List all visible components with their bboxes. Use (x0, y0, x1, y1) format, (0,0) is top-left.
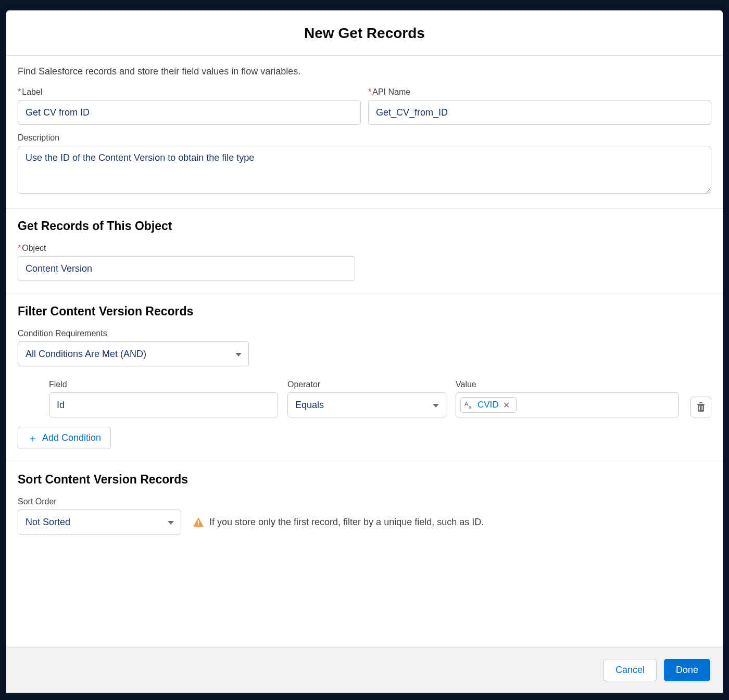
svg-rect-2 (198, 520, 199, 524)
modal-header: New Get Records (6, 10, 723, 55)
label-object: *Object (18, 244, 711, 253)
description-input[interactable]: Use the ID of the Content Version to obt… (18, 146, 711, 194)
trash-icon (697, 402, 705, 412)
modal-title: New Get Records (17, 25, 712, 42)
sort-warning-text: If you store only the first record, filt… (209, 517, 484, 528)
label-description: Description (18, 133, 711, 143)
filter-value-wrap: Aa CVID ✕ (456, 392, 679, 417)
group-label: *Label (18, 87, 361, 125)
label-operator: Operator (287, 380, 446, 389)
label-condition-req: Condition Requirements (18, 329, 711, 338)
modal-body: Find Salesforce records and store their … (6, 56, 723, 647)
label-api-name: *API Name (368, 87, 711, 97)
sort-order-value[interactable] (18, 510, 181, 534)
filter-row-1: Field Operator Value A (18, 380, 711, 417)
warning-icon (193, 516, 204, 528)
section-title-filter: Filter Content Version Records (18, 304, 711, 319)
condition-req-value[interactable] (18, 341, 249, 366)
label-label: *Label (18, 87, 361, 97)
value-chip-label: CVID (477, 400, 499, 410)
modal-new-get-records: New Get Records Find Salesforce records … (6, 10, 723, 693)
filter-field-input[interactable] (49, 392, 278, 417)
plus-icon: ＋ (28, 433, 38, 443)
filter-operator-select[interactable] (287, 392, 446, 417)
sort-warning: If you store only the first record, filt… (193, 516, 484, 528)
object-combobox[interactable] (18, 256, 355, 281)
section-title-object: Get Records of This Object (18, 219, 711, 233)
section-object: Get Records of This Object *Object (6, 208, 723, 294)
add-condition-button[interactable]: ＋ Add Condition (18, 427, 111, 449)
object-combobox-wrap (18, 256, 355, 281)
condition-req-select[interactable] (18, 341, 249, 366)
sort-order-select[interactable] (18, 510, 181, 534)
filter-field-group: Field (49, 380, 278, 417)
cancel-button[interactable]: Cancel (604, 659, 657, 681)
delete-condition-button[interactable] (690, 397, 711, 417)
label-sort-order: Sort Order (18, 497, 711, 506)
section-filter: Filter Content Version Records Condition… (6, 294, 723, 462)
done-button[interactable]: Done (664, 659, 710, 681)
label-input[interactable] (18, 100, 361, 125)
filter-value-group: Value Aa CVID ✕ (456, 380, 679, 417)
label-value: Value (456, 380, 679, 389)
api-name-input[interactable] (368, 100, 711, 125)
modal-intro: Find Salesforce records and store their … (18, 66, 711, 77)
value-chip-remove[interactable]: ✕ (502, 400, 511, 410)
filter-operator-value[interactable] (287, 392, 446, 417)
section-sort: Sort Content Version Records Sort Order … (6, 462, 723, 547)
value-chip: Aa CVID ✕ (460, 397, 517, 413)
add-condition-label: Add Condition (42, 432, 101, 443)
filter-operator-group: Operator (287, 380, 446, 417)
label-field: Field (49, 380, 278, 389)
group-api-name: *API Name (368, 87, 711, 125)
text-variable-icon: Aa (464, 400, 474, 410)
row-label-api: *Label *API Name (18, 87, 711, 125)
modal-footer: Cancel Done (6, 647, 723, 693)
svg-text:a: a (469, 404, 471, 410)
sort-row: If you store only the first record, filt… (18, 510, 711, 534)
section-basic: Find Salesforce records and store their … (6, 56, 723, 208)
section-title-sort: Sort Content Version Records (18, 473, 711, 487)
svg-rect-3 (198, 525, 199, 526)
filter-value-input[interactable]: Aa CVID ✕ (456, 392, 679, 417)
group-description: Description Use the ID of the Content Ve… (18, 133, 711, 196)
svg-text:A: A (464, 401, 469, 407)
